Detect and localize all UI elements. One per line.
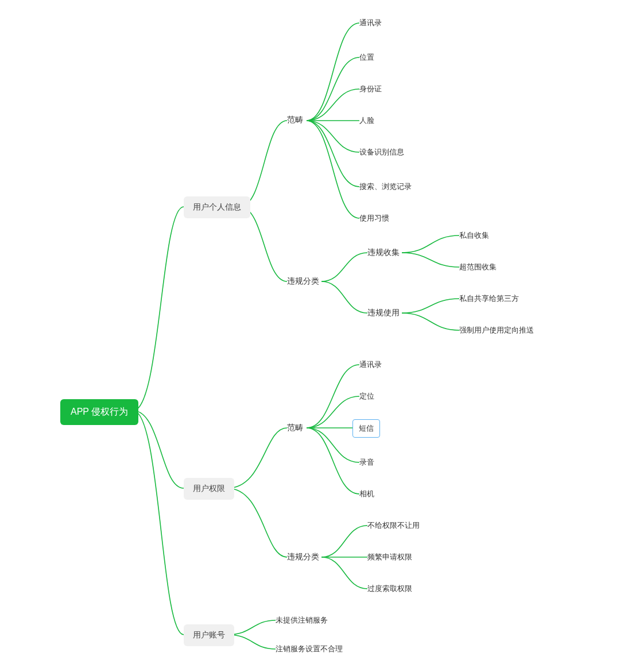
sub-permission-scope[interactable]: 范畴 [287, 423, 303, 433]
sub-violation-usage[interactable]: 违规使用 [367, 308, 400, 318]
mindmap-connectors [0, 0, 620, 672]
leaf-device-id[interactable]: 设备识别信息 [359, 147, 404, 157]
leaf-id-card[interactable]: 身份证 [359, 84, 382, 94]
leaf-perm-location[interactable]: 定位 [359, 391, 374, 401]
sub-personal-scope[interactable]: 范畴 [287, 115, 303, 125]
leaf-perm-audio[interactable]: 录音 [359, 457, 374, 468]
leaf-contacts[interactable]: 通讯录 [359, 18, 382, 28]
sub-violation-collection[interactable]: 违规收集 [367, 248, 400, 258]
leaf-force-push[interactable]: 强制用户使用定向推送 [459, 325, 534, 335]
leaf-excessive-request[interactable]: 过度索取权限 [367, 584, 412, 594]
leaf-face[interactable]: 人脸 [359, 115, 374, 126]
branch-personal-info[interactable]: 用户个人信息 [184, 196, 250, 218]
leaf-perm-contacts[interactable]: 通讯录 [359, 360, 382, 370]
root-node[interactable]: APP 侵权行为 [60, 399, 138, 425]
branch-account[interactable]: 用户账号 [184, 624, 234, 646]
sub-permission-violations[interactable]: 违规分类 [287, 552, 319, 562]
leaf-deny-no-use[interactable]: 不给权限不让用 [367, 520, 420, 531]
leaf-private-share[interactable]: 私自共享给第三方 [459, 293, 519, 304]
leaf-frequent-request[interactable]: 频繁申请权限 [367, 552, 412, 562]
leaf-overrange-collect[interactable]: 超范围收集 [459, 262, 497, 272]
leaf-perm-sms-selected[interactable]: 短信 [352, 419, 380, 438]
leaf-private-collect[interactable]: 私自收集 [459, 230, 489, 241]
leaf-no-cancel[interactable]: 未提供注销服务 [276, 615, 328, 625]
leaf-search-history[interactable]: 搜索、浏览记录 [359, 181, 412, 192]
sub-personal-violations[interactable]: 违规分类 [287, 276, 319, 287]
leaf-location[interactable]: 位置 [359, 52, 374, 63]
leaf-perm-camera[interactable]: 相机 [359, 489, 374, 499]
leaf-usage-habit[interactable]: 使用习惯 [359, 213, 389, 223]
leaf-bad-cancel-setup[interactable]: 注销服务设置不合理 [276, 644, 343, 654]
branch-permissions[interactable]: 用户权限 [184, 478, 234, 500]
